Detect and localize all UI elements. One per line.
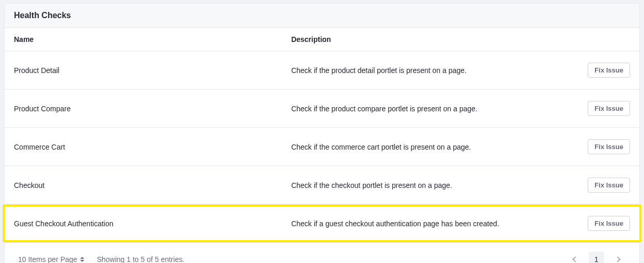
cell-description: Check if the checkout portlet is present… bbox=[291, 181, 573, 189]
card-header: Health Checks bbox=[5, 4, 639, 28]
fix-issue-button[interactable]: Fix Issue bbox=[588, 101, 630, 116]
cell-action: Fix Issue bbox=[573, 178, 630, 193]
pagination: 1 bbox=[567, 251, 626, 263]
cell-description: Check if a guest checkout authentication… bbox=[291, 220, 573, 228]
fix-issue-button[interactable]: Fix Issue bbox=[588, 139, 630, 154]
cell-action: Fix Issue bbox=[573, 139, 630, 154]
table-row: Guest Checkout AuthenticationCheck if a … bbox=[5, 204, 639, 242]
card-title: Health Checks bbox=[14, 11, 630, 20]
cell-action: Fix Issue bbox=[573, 216, 630, 231]
cell-name: Product Compare bbox=[14, 105, 291, 113]
updown-icon bbox=[80, 256, 85, 263]
cell-name: Product Detail bbox=[14, 66, 291, 75]
next-page-button[interactable] bbox=[609, 251, 626, 263]
page-number-current[interactable]: 1 bbox=[589, 252, 604, 263]
table-body: Product DetailCheck if the product detai… bbox=[5, 51, 639, 242]
table-row: Product CompareCheck if the product comp… bbox=[5, 90, 639, 128]
cell-action: Fix Issue bbox=[573, 101, 630, 116]
prev-page-button[interactable] bbox=[567, 251, 584, 263]
fix-issue-button[interactable]: Fix Issue bbox=[588, 178, 630, 193]
table-header: Name Description bbox=[5, 28, 639, 51]
cell-description: Check if the product compare portlet is … bbox=[291, 105, 573, 113]
items-per-page-label: 10 Items per Page bbox=[18, 255, 77, 263]
column-header-description[interactable]: Description bbox=[291, 35, 573, 43]
table-footer: 10 Items per Page Showing 1 to 5 of 5 en… bbox=[5, 242, 639, 263]
table-row: Product DetailCheck if the product detai… bbox=[5, 51, 639, 90]
chevron-left-icon bbox=[572, 256, 578, 262]
cell-name: Guest Checkout Authentication bbox=[14, 220, 291, 228]
items-per-page-select[interactable]: 10 Items per Page bbox=[18, 255, 85, 263]
health-checks-card: Health Checks Name Description Product D… bbox=[4, 3, 640, 263]
fix-issue-button[interactable]: Fix Issue bbox=[588, 216, 630, 231]
cell-name: Commerce Cart bbox=[14, 143, 291, 151]
chevron-right-icon bbox=[615, 256, 620, 262]
fix-issue-button[interactable]: Fix Issue bbox=[588, 63, 630, 78]
table-row: CheckoutCheck if the checkout portlet is… bbox=[5, 166, 639, 204]
cell-description: Check if the product detail portlet is p… bbox=[291, 66, 573, 75]
cell-name: Checkout bbox=[14, 181, 291, 189]
showing-entries-label: Showing 1 to 5 of 5 entries. bbox=[97, 255, 185, 263]
cell-action: Fix Issue bbox=[573, 63, 630, 78]
table-row: Commerce CartCheck if the commerce cart … bbox=[5, 128, 639, 166]
cell-description: Check if the commerce cart portlet is pr… bbox=[291, 143, 573, 151]
column-header-name[interactable]: Name bbox=[14, 35, 291, 43]
